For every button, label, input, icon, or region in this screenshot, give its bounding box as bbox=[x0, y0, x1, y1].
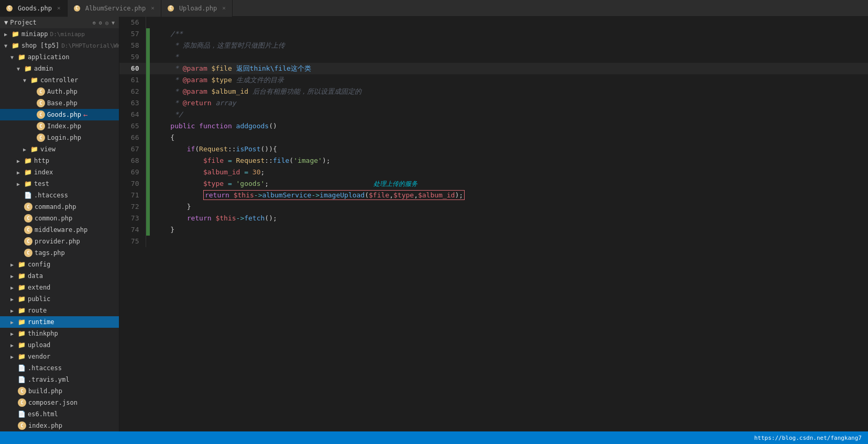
code-content-69: $album_id = 30; bbox=[150, 167, 868, 178]
sidebar-item-indexphp[interactable]: C Index.php bbox=[0, 120, 119, 132]
sidebar-item-application[interactable]: ▼ 📁 application bbox=[0, 51, 119, 63]
code-line-75: 75 bbox=[119, 236, 868, 247]
folder-icon-shop: 📁 bbox=[12, 42, 19, 49]
folder-icon-test: 📁 bbox=[24, 180, 32, 187]
sidebar-item-data[interactable]: ▶ 📁 data bbox=[0, 270, 119, 282]
sidebar-item-es6html[interactable]: 📄 es6.html bbox=[0, 408, 119, 420]
sidebar-item-extend[interactable]: ▶ 📁 extend bbox=[0, 282, 119, 293]
sidebar-item-middlewarephp[interactable]: C middleware.php bbox=[0, 224, 119, 236]
code-content-64: */ bbox=[150, 109, 868, 120]
code-table: 56 57 /** 58 * 添加商品，这里暂时只做图片上传 bbox=[119, 17, 868, 247]
tab-close-upload[interactable]: × bbox=[222, 5, 226, 12]
sidebar-item-public[interactable]: ▶ 📁 public bbox=[0, 293, 119, 305]
line-gutter-72 bbox=[146, 201, 150, 213]
tab-upload[interactable]: C Upload.php × bbox=[161, 0, 233, 17]
code-content-66: { bbox=[150, 132, 868, 143]
php-icon-login: C bbox=[37, 134, 45, 142]
sidebar-item-indexphp2[interactable]: C index.php bbox=[0, 420, 119, 431]
sidebar-item-goodsphp[interactable]: C Goods.php ← bbox=[0, 109, 119, 120]
status-url: https://blog.csdn.net/fangkang7 bbox=[754, 435, 862, 441]
php-icon-common: C bbox=[24, 214, 32, 223]
sidebar-item-travisyml[interactable]: 📄 .travis.yml bbox=[0, 374, 119, 385]
tab-albumservice[interactable]: C AlbumService.php × bbox=[68, 0, 161, 17]
code-line-65: 65 public function addgoods() bbox=[119, 120, 868, 132]
tree-arrow-controller: ▼ bbox=[23, 77, 30, 83]
sidebar-label-loginphp: Login.php bbox=[47, 134, 81, 141]
sidebar-label-extend: extend bbox=[28, 284, 50, 291]
sidebar-label-data: data bbox=[28, 272, 43, 280]
code-line-74: 74 } bbox=[119, 224, 868, 236]
sidebar-item-vendor[interactable]: ▶ 📁 vendor bbox=[0, 351, 119, 362]
sidebar-item-route[interactable]: ▶ 📁 route bbox=[0, 305, 119, 316]
line-num-58: 58 bbox=[119, 40, 146, 51]
tab-close-albumservice[interactable]: × bbox=[151, 5, 155, 12]
sidebar-item-upload[interactable]: ▶ 📁 upload bbox=[0, 339, 119, 351]
sidebar-item-commonphp[interactable]: C common.php bbox=[0, 213, 119, 224]
tab-icon-albumservice: C bbox=[74, 5, 80, 12]
sidebar-label-travisyml: .travis.yml bbox=[28, 376, 69, 383]
sidebar-item-controller[interactable]: ▼ 📁 controller bbox=[0, 74, 119, 86]
sidebar-item-commandphp[interactable]: C command.php bbox=[0, 201, 119, 213]
tab-close-goods[interactable]: × bbox=[57, 5, 61, 12]
folder-icon-application: 📁 bbox=[18, 53, 26, 61]
sidebar-item-authphp[interactable]: C Auth.php bbox=[0, 86, 119, 97]
sidebar-item-tagsphp[interactable]: C tags.php bbox=[0, 247, 119, 259]
sidebar-item-http[interactable]: ▶ 📁 http bbox=[0, 155, 119, 167]
line-gutter-70 bbox=[146, 178, 150, 190]
tree-arrow-config: ▶ bbox=[10, 262, 18, 268]
sidebar-label-tagsphp: tags.php bbox=[35, 249, 65, 257]
code-line-66: 66 { bbox=[119, 132, 868, 143]
tree-arrow-application: ▼ bbox=[10, 54, 18, 60]
sidebar-item-view[interactable]: ▶ 📁 view bbox=[0, 143, 119, 155]
code-editor[interactable]: 56 57 /** 58 * 添加商品，这里暂时只做图片上传 bbox=[119, 17, 868, 431]
sidebar-item-admin[interactable]: ▼ 📁 admin bbox=[0, 63, 119, 74]
line-gutter-59 bbox=[146, 51, 150, 63]
sidebar-item-loginphp[interactable]: C Login.php bbox=[0, 132, 119, 143]
sidebar-label-runtime: runtime bbox=[28, 318, 54, 326]
tree-spacer-tags bbox=[17, 250, 24, 256]
line-num-75: 75 bbox=[119, 236, 146, 247]
sidebar-item-thinkphp[interactable]: ▶ 📁 thinkphp bbox=[0, 328, 119, 339]
sidebar-item-runtime[interactable]: ▶ 📁 runtime bbox=[0, 316, 119, 328]
sidebar-item-index[interactable]: ▶ 📁 index bbox=[0, 167, 119, 178]
tree-arrow-thinkphp: ▶ bbox=[10, 331, 18, 337]
code-line-71: 71 return $this->albumService->imageUplo… bbox=[119, 190, 868, 201]
status-bar: https://blog.csdn.net/fangkang7 bbox=[0, 431, 868, 444]
tab-label-goods: Goods.php bbox=[18, 5, 52, 12]
code-content-73: return $this->fetch(); bbox=[150, 213, 868, 224]
sidebar-item-test[interactable]: ▶ 📁 test bbox=[0, 178, 119, 190]
sidebar-item-htaccess2[interactable]: 📄 .htaccess bbox=[0, 362, 119, 374]
tree-spacer-base bbox=[29, 101, 37, 106]
folder-icon-extend: 📁 bbox=[18, 284, 26, 291]
folder-icon-public: 📁 bbox=[18, 295, 26, 303]
tree-spacer-composer bbox=[10, 400, 18, 406]
tree-spacer-login bbox=[29, 135, 37, 141]
folder-icon-config: 📁 bbox=[18, 261, 26, 268]
tree-spacer-middleware bbox=[17, 227, 24, 233]
tree-arrow-public: ▶ bbox=[10, 296, 18, 302]
sidebar-item-htaccess[interactable]: 📄 .htaccess bbox=[0, 190, 119, 201]
sidebar-item-shop[interactable]: ▼ 📁 shop [tp5] D:\PHPTutorial\WWW\ bbox=[0, 40, 119, 51]
tab-goods[interactable]: C Goods.php × bbox=[0, 0, 68, 17]
folder-icon-thinkphp: 📁 bbox=[18, 330, 26, 337]
tree-arrow-view: ▶ bbox=[23, 147, 30, 152]
tree-spacer-htaccess2 bbox=[10, 365, 18, 371]
code-line-58: 58 * 添加商品，这里暂时只做图片上传 bbox=[119, 40, 868, 51]
file-icon-htaccess: 📄 bbox=[24, 192, 32, 199]
sidebar-item-composerjson[interactable]: C composer.json bbox=[0, 397, 119, 408]
tree-arrow-extend: ▶ bbox=[10, 285, 18, 291]
sidebar-item-miniapp[interactable]: ▶ 📁 miniapp D:\miniapp bbox=[0, 28, 119, 40]
code-content-72: } bbox=[150, 201, 868, 213]
folder-icon-runtime: 📁 bbox=[18, 318, 26, 326]
line-num-72: 72 bbox=[119, 201, 146, 213]
sidebar-item-buildphp[interactable]: C build.php bbox=[0, 385, 119, 397]
sidebar-label-view: view bbox=[40, 146, 56, 153]
sidebar-label-public: public bbox=[28, 295, 50, 303]
sidebar-item-config[interactable]: ▶ 📁 config bbox=[0, 259, 119, 270]
line-num-62: 62 bbox=[119, 86, 146, 97]
sidebar-item-providerphp[interactable]: C provider.php bbox=[0, 236, 119, 247]
sidebar-item-basephp[interactable]: C Base.php bbox=[0, 97, 119, 109]
php-icon-provider: C bbox=[24, 237, 32, 246]
sidebar-label-htaccess2: .htaccess bbox=[28, 364, 62, 372]
line-num-74: 74 bbox=[119, 224, 146, 236]
